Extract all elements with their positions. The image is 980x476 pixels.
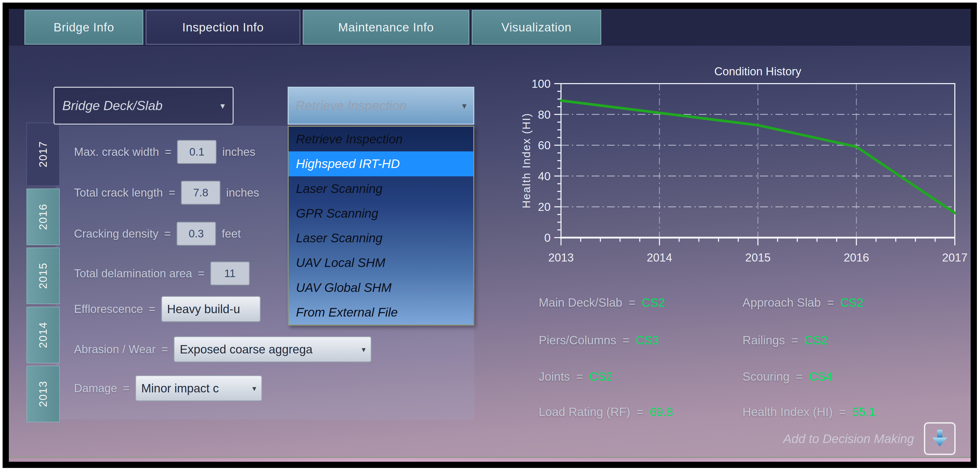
- equals-sign: =: [576, 369, 583, 384]
- tab-maintenance-info[interactable]: Maintenance Info: [303, 10, 469, 45]
- condition-label: Piers/Columns: [539, 333, 616, 347]
- year-tab-label: 2016: [37, 204, 49, 230]
- condition-label: Railings: [743, 333, 785, 347]
- option-from-external-file[interactable]: From External File: [289, 300, 473, 325]
- element-type-value: Bridge Deck/Slab: [62, 98, 220, 113]
- svg-text:20: 20: [538, 201, 550, 213]
- year-tab-2017[interactable]: 2017: [27, 123, 60, 186]
- field-row-efflorescence: Efflorescence = Heavy build-u: [74, 296, 261, 323]
- condition-value: CS3: [636, 333, 659, 347]
- equals-sign: =: [149, 302, 156, 315]
- year-tab-label: 2015: [37, 263, 49, 289]
- year-tab-label: 2014: [37, 322, 49, 348]
- svg-text:2015: 2015: [745, 251, 771, 264]
- add-to-decision-making: Add to Decision Making: [783, 422, 956, 455]
- condition-value: 55.1: [852, 405, 876, 419]
- window-frame: Bridge Info Inspection Info Maintenance …: [3, 3, 977, 468]
- delamination-area-input[interactable]: 11: [210, 261, 250, 285]
- equals-sign: =: [198, 267, 205, 280]
- equals-sign: =: [791, 333, 798, 347]
- add-to-decision-label: Add to Decision Making: [783, 431, 914, 446]
- field-label: Damage: [74, 382, 117, 395]
- svg-text:2017: 2017: [942, 251, 967, 264]
- field-label: Abrasion / Wear: [74, 343, 156, 356]
- condition-label: Joints: [539, 369, 570, 384]
- option-uav-local-shm[interactable]: UAV Local SHM: [289, 250, 473, 275]
- tab-visualization[interactable]: Visualization: [472, 10, 601, 45]
- field-unit: feet: [222, 227, 241, 240]
- equals-sign: =: [123, 382, 130, 395]
- option-uav-global-shm[interactable]: UAV Global SHM: [289, 275, 473, 300]
- chevron-down-icon: ▾: [362, 345, 366, 354]
- equals-sign: =: [169, 186, 175, 199]
- condition-label: Scouring: [743, 369, 790, 384]
- condition-history-chart: Condition History Health Index (HI) 0204…: [515, 64, 969, 271]
- app-window: Bridge Info Inspection Info Maintenance …: [9, 9, 970, 462]
- equals-sign: =: [164, 227, 171, 240]
- equals-sign: =: [796, 369, 803, 384]
- abrasion-wear-select[interactable]: Exposed coarse aggrega ▾: [174, 336, 371, 362]
- equals-sign: =: [622, 333, 630, 347]
- option-laser-scanning-2[interactable]: Laser Scanning: [289, 226, 473, 250]
- condition-value: CS2: [589, 369, 612, 384]
- equals-sign: =: [839, 405, 846, 419]
- svg-text:60: 60: [538, 139, 550, 152]
- equals-sign: =: [628, 296, 635, 310]
- field-row-abrasion-wear: Abrasion / Wear = Exposed coarse aggrega…: [74, 336, 371, 363]
- condition-label: Main Deck/Slab: [539, 296, 622, 310]
- condition-value: CS2: [840, 296, 864, 310]
- svg-text:2013: 2013: [548, 251, 574, 264]
- efflorescence-select[interactable]: Heavy build-u: [161, 296, 261, 322]
- select-value: Minor impact c: [141, 381, 249, 395]
- condition-value: CS4: [809, 369, 832, 384]
- chart-title: Condition History: [714, 65, 801, 78]
- damage-select[interactable]: Minor impact c ▾: [135, 375, 262, 401]
- year-tab-2016[interactable]: 2016: [27, 188, 60, 245]
- arrow-down-icon: [930, 428, 949, 449]
- retrieve-inspection-dropdown[interactable]: Retrieve Inspection ▾: [288, 87, 474, 125]
- year-tab-2015[interactable]: 2015: [27, 247, 60, 304]
- equals-sign: =: [165, 145, 172, 158]
- condition-row-4: Load Rating (RF)=69.8 Health Index (HI)=…: [539, 401, 959, 423]
- y-axis-label: Health Index (HI): [520, 113, 533, 208]
- chevron-down-icon: ▾: [220, 100, 225, 111]
- svg-text:2014: 2014: [647, 251, 672, 264]
- chevron-down-icon: ▾: [462, 100, 466, 111]
- tab-bridge-info[interactable]: Bridge Info: [24, 10, 143, 45]
- field-label: Total crack length: [74, 186, 163, 199]
- field-row-total-crack-length: Total crack length = 7.8 inches: [74, 179, 259, 206]
- year-tab-label: 2013: [37, 381, 49, 407]
- svg-text:2016: 2016: [844, 251, 869, 264]
- year-tab-label: 2017: [37, 141, 49, 167]
- field-row-cracking-density: Cracking density = 0.3 feet: [74, 220, 241, 247]
- field-unit: inches: [222, 145, 255, 158]
- condition-value: 69.8: [650, 405, 673, 419]
- equals-sign: =: [636, 405, 644, 419]
- option-retrieve-inspection[interactable]: Retrieve Inspection: [289, 127, 473, 151]
- condition-value: CS2: [805, 333, 827, 347]
- retrieve-inspection-label: Retrieve Inspection: [296, 98, 462, 113]
- option-laser-scanning-1[interactable]: Laser Scanning: [289, 176, 473, 201]
- year-tab-2014[interactable]: 2014: [27, 307, 60, 363]
- svg-text:0: 0: [544, 231, 550, 244]
- condition-label: Health Index (HI): [743, 405, 833, 419]
- select-value: Exposed coarse aggrega: [180, 342, 358, 356]
- element-type-dropdown[interactable]: Bridge Deck/Slab ▾: [54, 87, 234, 125]
- cracking-density-input[interactable]: 0.3: [177, 222, 216, 246]
- year-tab-2013[interactable]: 2013: [27, 366, 60, 422]
- tab-inspection-info[interactable]: Inspection Info: [146, 10, 301, 45]
- chevron-down-icon: ▾: [252, 384, 256, 393]
- option-gpr-scanning[interactable]: GPR Scanning: [289, 201, 473, 226]
- field-label: Total delamination area: [74, 267, 192, 280]
- total-crack-length-input[interactable]: 7.8: [181, 181, 220, 205]
- add-to-decision-button[interactable]: [924, 422, 956, 455]
- option-highspeed-irt-hd[interactable]: Highspeed IRT-HD: [289, 151, 473, 176]
- condition-row-2: Piers/Columns=CS3 Railings=CS2: [539, 329, 959, 351]
- condition-label: Load Rating (RF): [539, 405, 630, 419]
- tab-bar: Bridge Info Inspection Info Maintenance …: [9, 9, 970, 46]
- svg-text:80: 80: [538, 108, 550, 121]
- max-crack-width-input[interactable]: 0.1: [177, 140, 216, 164]
- equals-sign: =: [827, 296, 834, 310]
- svg-text:40: 40: [538, 170, 550, 183]
- field-unit: inches: [226, 186, 259, 199]
